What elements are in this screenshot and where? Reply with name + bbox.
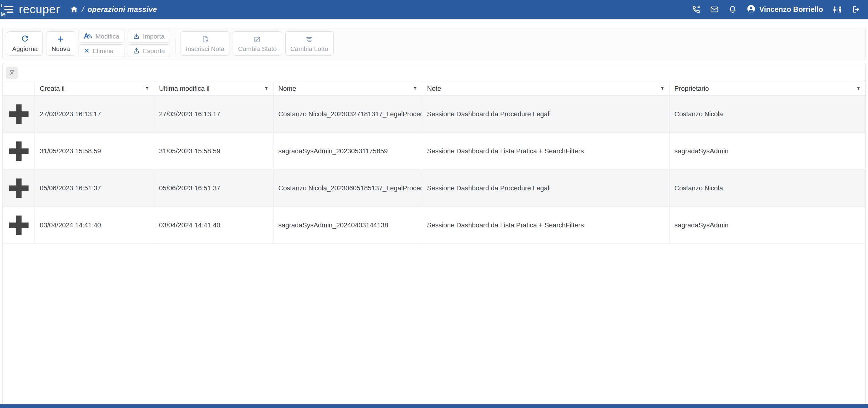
cell-expander bbox=[3, 207, 35, 244]
table-header-row: Creata il Ultima modifica il Nome Note P… bbox=[3, 82, 865, 96]
people-arrows-icon[interactable] bbox=[833, 5, 842, 14]
aggiorna-button[interactable]: Aggiorna bbox=[7, 31, 43, 56]
cell-nome: sagradaSysAdmin_20240403144138 bbox=[273, 207, 422, 244]
esporta-button[interactable]: Esporta bbox=[128, 44, 170, 57]
aggiorna-label: Aggiorna bbox=[12, 45, 38, 52]
filter-icon[interactable] bbox=[145, 86, 150, 91]
data-grid: Creata il Ultima modifica il Nome Note P… bbox=[2, 64, 866, 404]
footer-bar bbox=[0, 404, 868, 408]
header-cell-nome[interactable]: Nome bbox=[273, 82, 422, 95]
cell-note: Sessione Dashboard da Procedure Legali bbox=[422, 170, 669, 207]
inserisci-nota-button[interactable]: Inserisci Nota bbox=[181, 31, 229, 56]
clipped-menu-text-top: u bbox=[0, 2, 2, 8]
expand-row-icon[interactable] bbox=[9, 179, 29, 198]
table-row[interactable]: 31/05/2023 15:58:59 31/05/2023 15:58:59 … bbox=[3, 133, 865, 170]
filter-icon[interactable] bbox=[264, 86, 269, 91]
breadcrumb-separator: / bbox=[82, 5, 84, 14]
toolbar-divider bbox=[175, 38, 176, 54]
edit-text-icon: A✎ bbox=[84, 33, 93, 40]
column-label: Ultima modifica il bbox=[159, 85, 209, 93]
refresh-icon bbox=[21, 35, 29, 43]
cell-proprietario: sagradaSysAdmin bbox=[669, 207, 865, 244]
import-icon bbox=[133, 33, 140, 40]
svg-text:a: a bbox=[255, 38, 257, 41]
cell-note: Sessione Dashboard da Lista Pratica + Se… bbox=[422, 207, 669, 244]
cell-note: Sessione Dashboard da Procedure Legali bbox=[422, 96, 669, 132]
logout-icon[interactable] bbox=[851, 5, 860, 14]
expand-row-icon[interactable] bbox=[9, 216, 29, 235]
cambia-lotto-button[interactable]: Cambia Lotto bbox=[285, 31, 334, 56]
cell-note: Sessione Dashboard da Lista Pratica + Se… bbox=[422, 133, 669, 169]
expand-row-icon[interactable] bbox=[9, 104, 29, 124]
clipped-menu-text-bottom: le bbox=[1, 11, 5, 17]
menu-bar bbox=[4, 9, 13, 10]
toolbar: Aggiorna Nuova A✎ Modifica ✕ Elimina bbox=[2, 27, 866, 60]
nuova-label: Nuova bbox=[52, 45, 70, 52]
importa-label: Importa bbox=[143, 33, 164, 39]
cell-creata-il: 31/05/2023 15:58:59 bbox=[35, 133, 154, 169]
modifica-label: Modifica bbox=[96, 33, 119, 39]
menu-bar bbox=[7, 11, 13, 13]
table-body: 27/03/2023 16:13:17 27/03/2023 16:13:17 … bbox=[3, 96, 865, 244]
plus-icon bbox=[57, 35, 65, 43]
mail-icon[interactable] bbox=[710, 5, 719, 14]
column-label: Note bbox=[427, 85, 441, 93]
importa-button[interactable]: Importa bbox=[128, 30, 170, 42]
filter-icon[interactable] bbox=[412, 86, 417, 91]
table-row[interactable]: 27/03/2023 16:13:17 27/03/2023 16:13:17 … bbox=[3, 96, 865, 133]
cell-proprietario: Costanzo Nicola bbox=[669, 170, 865, 207]
user-avatar-icon bbox=[747, 4, 756, 14]
header-cell-proprietario[interactable]: Proprietario bbox=[669, 82, 865, 95]
header-cell-note[interactable]: Note bbox=[422, 82, 669, 95]
expand-row-icon[interactable] bbox=[9, 142, 29, 161]
cell-creata-il: 03/04/2024 14:41:40 bbox=[35, 207, 154, 244]
header-cell-expander bbox=[3, 82, 35, 95]
table-row[interactable]: 05/06/2023 16:51:37 05/06/2023 16:51:37 … bbox=[3, 170, 865, 207]
header-right: Vincenzo Borriello bbox=[692, 4, 860, 14]
header-cell-ultima-modifica[interactable]: Ultima modifica il bbox=[154, 82, 273, 95]
edit-box-icon: a bbox=[253, 35, 261, 43]
cell-ultima-modifica: 03/04/2024 14:41:40 bbox=[154, 207, 273, 244]
cambia-lotto-label: Cambia Lotto bbox=[290, 45, 329, 52]
menu-icon[interactable] bbox=[4, 6, 13, 13]
bell-icon[interactable] bbox=[728, 5, 737, 14]
modifica-button[interactable]: A✎ Modifica bbox=[79, 30, 124, 42]
cambia-stato-label: Cambia Stato bbox=[238, 45, 277, 52]
note-add-icon bbox=[201, 35, 209, 43]
elimina-label: Elimina bbox=[93, 48, 114, 54]
cell-creata-il: 05/06/2023 16:51:37 bbox=[35, 170, 154, 207]
column-label: Nome bbox=[278, 85, 296, 93]
header-cell-creata-il[interactable]: Creata il bbox=[35, 82, 154, 95]
cell-nome: Costanzo Nicola_20230605185137_LegalProc… bbox=[273, 170, 422, 207]
edit-delete-group: A✎ Modifica ✕ Elimina bbox=[79, 30, 124, 57]
nuova-button[interactable]: Nuova bbox=[46, 31, 75, 56]
cell-expander bbox=[3, 170, 35, 207]
list-icon bbox=[305, 35, 313, 43]
cell-expander bbox=[3, 133, 35, 169]
column-label: Proprietario bbox=[674, 85, 709, 93]
column-label: Creata il bbox=[40, 85, 65, 93]
table-row[interactable]: 03/04/2024 14:41:40 03/04/2024 14:41:40 … bbox=[3, 207, 865, 244]
cell-ultima-modifica: 27/03/2023 16:13:17 bbox=[154, 96, 273, 132]
inserisci-nota-label: Inserisci Nota bbox=[186, 45, 224, 52]
elimina-button[interactable]: ✕ Elimina bbox=[79, 44, 124, 57]
breadcrumb: operazioni massive bbox=[88, 5, 157, 14]
user-menu[interactable]: Vincenzo Borriello bbox=[747, 4, 823, 14]
cambia-stato-button[interactable]: a Cambia Stato bbox=[233, 31, 282, 56]
grid-filter-bar bbox=[3, 64, 865, 82]
cell-ultima-modifica: 31/05/2023 15:58:59 bbox=[154, 133, 273, 169]
user-name: Vincenzo Borriello bbox=[760, 5, 823, 14]
cell-proprietario: Costanzo Nicola bbox=[669, 96, 865, 132]
filter-icon[interactable] bbox=[856, 86, 861, 91]
phone-incoming-icon[interactable] bbox=[692, 5, 701, 14]
delete-icon: ✕ bbox=[84, 48, 90, 54]
cell-expander bbox=[3, 96, 35, 132]
import-export-group: Importa Esporta bbox=[128, 30, 170, 57]
cell-nome: sagradaSysAdmin_20230531175859 bbox=[273, 133, 422, 169]
home-icon[interactable] bbox=[70, 5, 78, 14]
cell-ultima-modifica: 05/06/2023 16:51:37 bbox=[154, 170, 273, 207]
brand-logo[interactable]: recuper bbox=[19, 4, 60, 15]
filter-icon[interactable] bbox=[660, 86, 665, 91]
clear-filters-button[interactable] bbox=[6, 67, 18, 79]
export-icon bbox=[133, 48, 140, 54]
